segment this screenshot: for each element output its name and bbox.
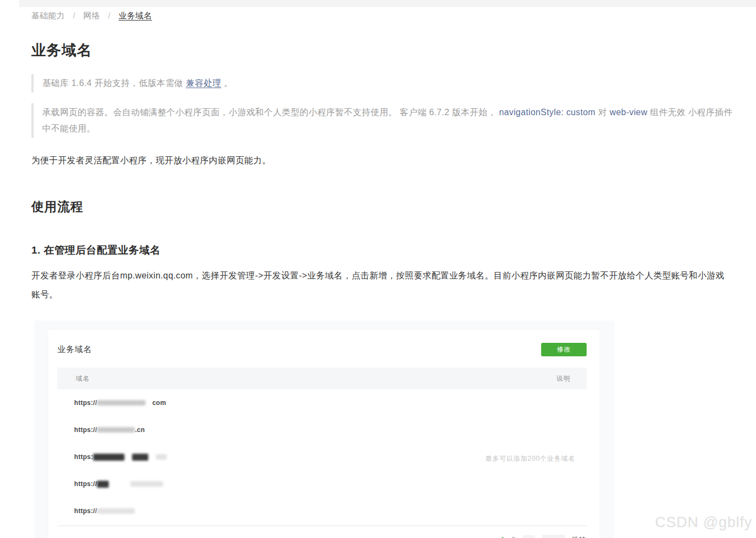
page-jump-input[interactable] [542, 535, 565, 538]
description-note-text-1: 承载网页的容器。会自动铺满整个小程序页面，小游戏和个人类型的小程序暂不支持使用。… [42, 108, 499, 117]
section-title: 使用流程 [31, 198, 729, 215]
doc-content: 基础能力 / 网络 / 业务域名 业务域名 基础库 1.6.4 开始支持，低版本… [31, 11, 729, 538]
domain-prefix: https:// [74, 480, 97, 488]
pagination: 1 2 › 跳转 [501, 534, 586, 538]
support-note-text: 基础库 1.6.4 开始支持，低版本需做 [42, 78, 186, 88]
breadcrumb: 基础能力 / 网络 / 业务域名 [31, 11, 729, 21]
column-header-domain: 域名 [57, 374, 90, 383]
table-row: https:// .cn [57, 416, 587, 443]
breadcrumb-separator: / [73, 11, 76, 20]
csdn-watermark: CSDN @gblfy [655, 514, 752, 531]
compatibility-link[interactable]: 兼容处理 [186, 78, 221, 88]
modify-button[interactable]: 修改 [541, 343, 587, 356]
redacted-domain [93, 454, 124, 461]
page-title: 业务域名 [31, 41, 729, 60]
pagination-page-2[interactable]: 2 [511, 536, 515, 538]
panel-header: 业务域名 修改 [57, 342, 587, 357]
top-strip [19, 0, 756, 7]
redacted-domain [132, 454, 148, 461]
description-note: 承载网页的容器。会自动铺满整个小程序页面，小游戏和个人类型的小程序暂不支持使用。… [31, 103, 738, 138]
intro-paragraph: 为便于开发者灵活配置小程序，现开放小程序内嵌网页能力。 [31, 154, 729, 167]
pagination-next-button[interactable]: › [522, 535, 535, 538]
breadcrumb-separator: / [108, 11, 111, 20]
jump-label[interactable]: 跳转 [572, 535, 586, 538]
redacted-domain [156, 454, 167, 460]
page: 基础能力 / 网络 / 业务域名 业务域名 基础库 1.6.4 开始支持，低版本… [0, 0, 756, 538]
step-paragraph: 开发者登录小程序后台mp.weixin.qq.com，选择开发管理->开发设置-… [31, 266, 727, 304]
domain-prefix: https:// [74, 426, 97, 434]
breadcrumb-item-current[interactable]: 业务域名 [119, 11, 152, 20]
table-divider [57, 526, 587, 526]
table-row: https:// com [57, 389, 587, 416]
table-row: https:// [57, 470, 587, 497]
redacted-domain [130, 481, 163, 487]
web-view-link[interactable]: web-view [609, 108, 647, 117]
redacted-domain [97, 508, 135, 514]
table-row: https:// [57, 497, 587, 524]
domain-prefix: https: [74, 453, 93, 461]
pagination-page-1[interactable]: 1 [501, 536, 505, 538]
breadcrumb-item-basic-capability[interactable]: 基础能力 [31, 11, 65, 20]
admin-screenshot: 业务域名 修改 域名 说明 https:// com https:// [34, 321, 614, 538]
breadcrumb-item-network[interactable]: 网络 [83, 11, 100, 20]
panel-title: 业务域名 [57, 344, 92, 355]
column-header-description: 说明 [556, 374, 587, 383]
domain-panel: 业务域名 修改 域名 说明 https:// com https:// [48, 330, 600, 538]
domain-suffix: .cn [135, 426, 144, 434]
domain-suffix: com [152, 399, 166, 407]
support-note: 基础库 1.6.4 开始支持，低版本需做 兼容处理 。 [31, 74, 738, 92]
domain-prefix: https:// [74, 507, 97, 515]
limit-note: 最多可以添加200个业务域名 [485, 454, 575, 463]
support-note-tail: 。 [221, 78, 233, 88]
domain-prefix: https:// [74, 399, 97, 407]
redacted-domain [97, 400, 146, 406]
navigation-style-link[interactable]: navigationStyle: custom [499, 108, 595, 117]
step-title: 1. 在管理后台配置业务域名 [31, 243, 729, 257]
redacted-domain [97, 481, 109, 488]
redacted-domain [97, 427, 135, 433]
description-note-text-2: 对 [595, 108, 609, 117]
table-header: 域名 说明 [57, 368, 587, 389]
